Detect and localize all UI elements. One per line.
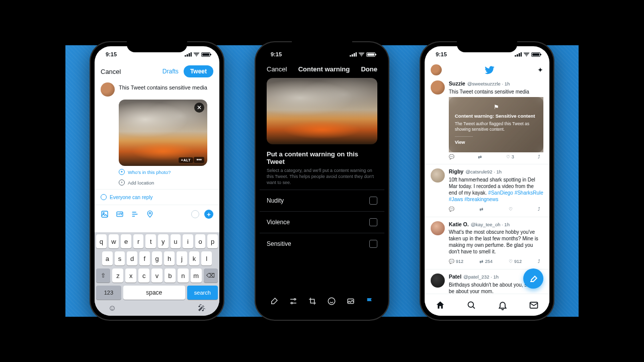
key[interactable]: h (164, 251, 175, 265)
mic-key[interactable]: 🎤︎ (198, 304, 206, 313)
sticker-icon[interactable] (327, 297, 336, 306)
compose-text[interactable]: This Tweet contains sensitive media (119, 82, 207, 97)
timeline[interactable]: Suzzie@sweetsuzzzle · 1h This Tweet cont… (425, 76, 549, 294)
avatar (431, 274, 445, 288)
key[interactable]: i (183, 234, 193, 248)
tag-people-label: Who's in this photo? (128, 169, 171, 175)
key[interactable]: t (145, 234, 156, 248)
like-icon[interactable]: ♡ 3 (506, 154, 514, 160)
status-time: 9:15 (436, 51, 447, 57)
crop-icon[interactable] (308, 297, 317, 306)
drafts-button[interactable]: Drafts (163, 68, 179, 75)
reply-icon[interactable]: 💬 (449, 154, 454, 160)
share-icon[interactable]: ⤴ (538, 207, 540, 213)
alt-badge[interactable]: +ALT (179, 157, 193, 163)
key[interactable]: x (125, 268, 136, 283)
compose-fab[interactable] (523, 268, 543, 289)
checkbox[interactable] (369, 218, 377, 226)
add-thread-button[interactable]: + (204, 210, 213, 219)
view-button[interactable]: View (455, 136, 473, 146)
remove-media-button[interactable]: ✕ (194, 103, 204, 113)
svg-point-6 (328, 298, 335, 305)
checkbox[interactable] (369, 197, 377, 205)
alt-text-icon[interactable] (346, 297, 355, 306)
share-icon[interactable]: ⤴ (538, 259, 540, 265)
key[interactable]: b (165, 268, 176, 283)
like-icon[interactable]: ♡ 912 (509, 259, 522, 265)
key[interactable]: d (127, 251, 137, 265)
search-icon[interactable] (466, 300, 476, 310)
emoji-key[interactable]: ☺ (108, 304, 116, 313)
key[interactable]: m (191, 268, 202, 283)
key[interactable]: g (152, 251, 163, 265)
key[interactable]: l (201, 251, 212, 265)
cancel-button[interactable]: Cancel (267, 65, 287, 73)
media-more-button[interactable]: ••• (194, 157, 204, 163)
tweet[interactable]: Rigby@catsrule92 · 1h 10ft hammerhead sh… (425, 164, 549, 217)
like-icon[interactable]: ♡ (509, 207, 513, 213)
tweet[interactable]: Suzzie@sweetsuzzzle · 1h This Tweet cont… (425, 76, 549, 164)
home-icon[interactable] (435, 300, 445, 310)
tweet[interactable]: Katie O.@kay_tee_oh · 1h What's the most… (425, 217, 549, 269)
key[interactable]: w (109, 234, 119, 248)
tweet-button[interactable]: Tweet (184, 65, 213, 77)
bell-icon[interactable] (498, 300, 508, 310)
image-icon[interactable] (101, 210, 109, 218)
svg-point-8 (468, 302, 473, 307)
backspace-key[interactable]: ⌫ (204, 268, 218, 283)
add-location-label: Add location (128, 180, 154, 186)
retweet-icon[interactable]: ⇄ (478, 154, 482, 160)
shift-key[interactable]: ⇧ (96, 268, 110, 283)
key[interactable]: p (207, 234, 218, 248)
cw-option-nudity[interactable]: Nudity (260, 190, 384, 211)
flag-icon[interactable] (365, 297, 374, 306)
messages-icon[interactable] (529, 300, 539, 310)
checkbox[interactable] (369, 240, 377, 248)
add-location-row[interactable]: ⌖ Add location (95, 176, 219, 187)
key[interactable]: r (133, 234, 144, 248)
reply-icon[interactable]: 💬 (449, 207, 454, 213)
key[interactable]: z (112, 268, 123, 283)
retweet-icon[interactable]: ⇄ 254 (479, 259, 493, 265)
key[interactable]: o (195, 234, 206, 248)
brush-icon[interactable] (270, 297, 279, 306)
numbers-key[interactable]: 123 (96, 286, 121, 300)
adjust-icon[interactable] (289, 297, 298, 306)
key[interactable]: s (115, 251, 125, 265)
tag-people-row[interactable]: ✦ Who's in this photo? (95, 166, 219, 176)
space-key[interactable]: space (123, 286, 185, 300)
key[interactable]: a (102, 251, 113, 265)
cw-heading: Put a content warning on this Tweet (260, 144, 384, 167)
key[interactable]: f (139, 251, 150, 265)
key[interactable]: k (189, 251, 200, 265)
poll-icon[interactable] (131, 210, 139, 218)
key[interactable]: e (121, 234, 131, 248)
retweet-icon[interactable]: ⇄ (479, 207, 484, 213)
share-icon[interactable]: ⤴ (538, 154, 540, 160)
key[interactable]: j (177, 251, 187, 265)
key[interactable]: y (158, 234, 169, 248)
svg-rect-0 (102, 211, 108, 217)
char-count-ring (191, 210, 199, 218)
attached-media[interactable]: ✕ +ALT ••• (119, 100, 207, 166)
reply-settings[interactable]: Everyone can reply (95, 192, 219, 203)
key[interactable]: u (171, 234, 181, 248)
cw-title: Content warning: Sensitive content (455, 113, 537, 119)
avatar[interactable] (431, 64, 442, 75)
compose-nav: Cancel Drafts Tweet (95, 62, 219, 80)
reply-icon[interactable]: 💬 912 (449, 259, 463, 265)
key[interactable]: q (96, 234, 107, 248)
location-tool-icon[interactable] (146, 210, 154, 218)
cancel-button[interactable]: Cancel (101, 68, 121, 75)
key[interactable]: v (151, 268, 163, 283)
cw-option-sensitive[interactable]: Sensitive (260, 233, 384, 254)
key[interactable]: n (178, 268, 189, 283)
sparkle-icon[interactable]: ✦ (537, 66, 543, 74)
search-key[interactable]: search (187, 286, 218, 300)
cw-option-violence[interactable]: Violence (260, 211, 384, 233)
gif-icon[interactable] (116, 210, 124, 218)
done-button[interactable]: Done (361, 65, 377, 73)
tweet-text: This Tweet contains sensitive media (449, 88, 543, 95)
content-warning-card[interactable]: ⚑ Content warning: Sensitive content The… (449, 97, 543, 152)
key[interactable]: c (138, 268, 149, 283)
